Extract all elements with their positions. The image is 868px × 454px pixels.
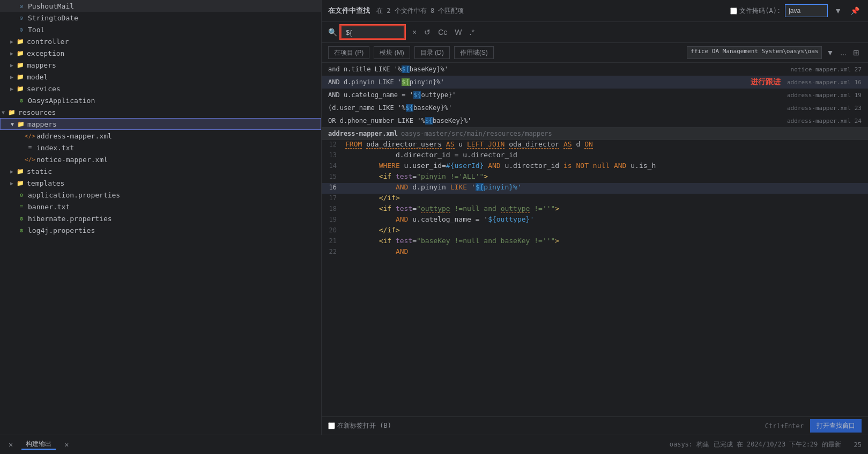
search-input-row: 🔍 × ↺ Cc W .* <box>322 22 868 43</box>
tree-label-pushoutmail: PushoutMail <box>28 2 74 10</box>
file-mask-input[interactable] <box>785 4 828 17</box>
line-num-12: 12 <box>322 140 343 148</box>
tree-item-pushoutmail[interactable]: ⊙ PushoutMail <box>0 0 321 12</box>
code-line-17: 17 </if> <box>322 194 868 204</box>
result-text-4: (d.user_name LIKE '%${baseKey}%' <box>328 104 781 112</box>
chevron-right-icon-4: ▶ <box>9 74 15 80</box>
code-line-19: 19 AND u.catelog_name = '${outtype}' <box>322 215 868 226</box>
line-content-18: <if test="outtype !=null and outtype !='… <box>343 204 868 213</box>
tree-label-controller: controller <box>27 38 69 46</box>
scope-expand-button[interactable]: ⊞ <box>851 47 862 58</box>
scope-path-dropdown-button[interactable]: ▼ <box>824 47 836 58</box>
match-word-button[interactable]: W <box>452 27 464 38</box>
tree-label-address-mapper: address-mapper.xml <box>36 132 112 140</box>
result-item-3[interactable]: AND u.catelog_name = '${outtype}' addres… <box>322 89 868 101</box>
code-line-20: 20 </if> <box>322 226 868 237</box>
clear-search-button[interactable]: × <box>410 27 419 38</box>
file-mask-checkbox[interactable] <box>730 8 737 14</box>
props-icon-3: ⚙ <box>17 226 26 235</box>
scope-project-button[interactable]: 在项目 (P) <box>328 46 369 59</box>
folder-icon: 📁 <box>16 37 25 46</box>
line-num-19: 19 <box>322 215 343 223</box>
result-text-5: OR d.phone_number LIKE '%${baseKey}%' <box>328 117 781 125</box>
folder-icon-7: 📁 <box>17 120 25 128</box>
tree-item-hibernate-props[interactable]: ⚙ hibernate.properties <box>0 213 321 224</box>
highlight-1: ${ <box>402 65 409 73</box>
chevron-right-icon-2: ▶ <box>9 50 15 56</box>
tree-item-exception[interactable]: ▶ 📁 exception <box>0 47 321 59</box>
tree-item-services[interactable]: ▶ 📁 services <box>0 83 321 94</box>
line-num-15: 15 <box>322 172 343 180</box>
tree-item-model[interactable]: ▶ 📁 model <box>0 71 321 83</box>
scope-scope-button[interactable]: 作用域(S) <box>454 46 494 59</box>
scope-path-more-button[interactable]: ... <box>838 47 849 58</box>
tree-item-banner-txt[interactable]: ≡ banner.txt <box>0 201 321 213</box>
open-new-tab-checkbox[interactable] <box>328 422 335 429</box>
folder-icon-4: 📁 <box>16 72 25 81</box>
tab-label-build-output[interactable]: 构建输出 <box>21 440 56 450</box>
props-icon-2: ⚙ <box>17 214 26 223</box>
chevron-right-icon-7: ▶ <box>9 180 15 186</box>
match-case-button[interactable]: Cc <box>436 27 449 38</box>
tree-label-templates: templates <box>27 179 64 187</box>
code-line-22: 22 AND <box>322 247 868 258</box>
tree-item-notice-mapper[interactable]: </> notice-mapper.xml <box>0 153 321 165</box>
tree-item-address-mapper[interactable]: </> address-mapper.xml <box>0 130 321 142</box>
highlight-4: ${ <box>406 104 413 112</box>
scope-directory-button[interactable]: 目录 (D) <box>414 46 450 59</box>
tree-item-log4j-props[interactable]: ⚙ log4j.properties <box>0 224 321 236</box>
open-find-window-button[interactable]: 打开查找窗口 <box>810 419 862 433</box>
code-line-18: 18 <if test="outtype !=null and outtype … <box>322 204 868 215</box>
chevron-right-icon-5: ▶ <box>9 85 15 92</box>
result-item-2[interactable]: AND d.pinyin LIKE '${pinyin}%' 进行跟进 addr… <box>322 76 868 89</box>
result-file-2: address-mapper.xml 16 <box>787 79 862 86</box>
tree-item-stringtodate[interactable]: ⊙ StringtoDate <box>0 12 321 24</box>
file-mask-checkbox-label[interactable]: 文件掩码(A): <box>730 6 781 16</box>
tree-label-application-props: application.properties <box>28 191 120 199</box>
folder-icon-9: 📁 <box>16 179 25 187</box>
result-file-1: notice-mapper.xml 27 <box>791 66 862 73</box>
tree-item-tool[interactable]: ⊙ Tool <box>0 24 321 35</box>
txt-icon: ≡ <box>26 143 34 152</box>
chevron-right-icon: ▶ <box>9 38 15 45</box>
pin-icon-button[interactable]: 📌 <box>848 5 862 16</box>
tree-item-static[interactable]: ▶ 📁 static <box>0 165 321 177</box>
tab-close-button-2[interactable]: × <box>62 441 71 449</box>
tree-item-templates[interactable]: ▶ 📁 templates <box>0 177 321 189</box>
line-content-16: AND d.pinyin LIKE '${pinyin}%' <box>343 183 868 191</box>
tab-close-button[interactable]: × <box>6 441 15 449</box>
result-item-5[interactable]: OR d.phone_number LIKE '%${baseKey}%' ad… <box>322 114 868 127</box>
code-line-13: 13 d.director_id = u.director_id <box>322 151 868 162</box>
tree-item-mappers-java[interactable]: ▶ 📁 mappers <box>0 59 321 71</box>
chevron-right-icon-3: ▶ <box>9 62 15 68</box>
line-content-14: WHERE u.user_id=#{userId} AND u.director… <box>343 162 868 170</box>
scope-module-button[interactable]: 模块 (M) <box>374 46 410 59</box>
filter-icon-button[interactable]: ▼ <box>832 5 844 16</box>
regex-button[interactable]: .* <box>468 27 477 38</box>
result-item-1[interactable]: and n.title LIKE '%${baseKey}%' notice-m… <box>322 63 868 76</box>
tree-item-resources[interactable]: ▼ 📁 resources <box>0 106 321 118</box>
folder-icon-2: 📁 <box>16 49 25 57</box>
refresh-search-button[interactable]: ↺ <box>422 27 433 38</box>
xml-icon-2: </> <box>26 155 34 164</box>
scope-row: 在项目 (P) 模块 (M) 目录 (D) 作用域(S) ffice OA Ma… <box>322 43 868 63</box>
tree-label-model: model <box>27 73 48 81</box>
line-num-21: 21 <box>322 237 343 245</box>
results-list: and n.title LIKE '%${baseKey}%' notice-m… <box>322 63 868 128</box>
tree-item-index-txt[interactable]: ≡ index.txt <box>0 142 321 153</box>
xml-icon: </> <box>26 131 34 140</box>
open-new-tab-checkbox-label[interactable]: 在新标签打开 (B) <box>328 421 391 430</box>
line-num-17: 17 <box>322 194 343 202</box>
chevron-down-icon-2: ▼ <box>9 121 16 127</box>
result-item-4[interactable]: (d.user_name LIKE '%${baseKey}%' address… <box>322 101 868 114</box>
tree-item-application-props[interactable]: ⚙ application.properties <box>0 189 321 201</box>
tree-item-oasysapp[interactable]: ⚙ OasysApplication <box>0 94 321 106</box>
result-file-3: address-mapper.xml 19 <box>787 92 862 99</box>
tree-item-controller[interactable]: ▶ 📁 controller <box>0 35 321 47</box>
search-input[interactable] <box>340 25 405 39</box>
line-content-21: <if test="baseKey !=null and baseKey !='… <box>343 237 868 245</box>
tree-item-mappers-resources[interactable]: ▼ 📁 mappers <box>0 118 321 130</box>
search-controls: 文件掩码(A): ▼ 📌 <box>730 4 862 17</box>
code-content[interactable]: 12 FROM oda_director_users AS u LEFT JOI… <box>322 140 868 416</box>
line-num-16: 16 <box>322 183 343 191</box>
